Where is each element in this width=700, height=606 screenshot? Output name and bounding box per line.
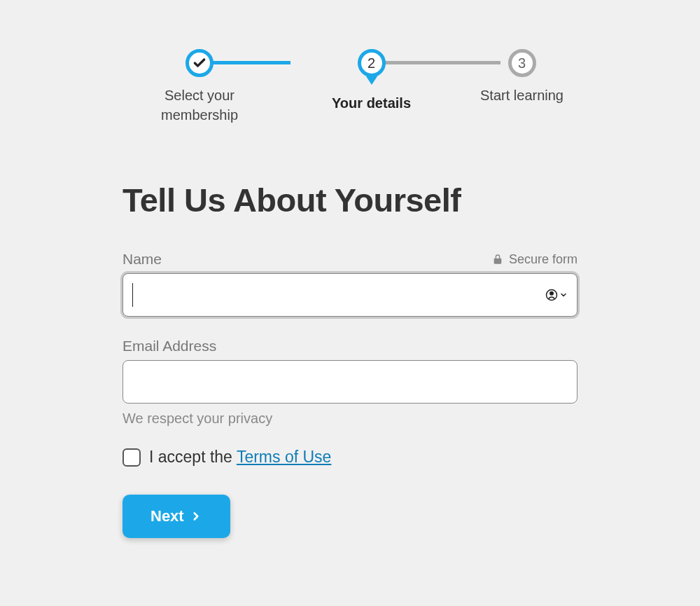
autofill-indicator[interactable] bbox=[545, 289, 568, 301]
terms-of-use-link[interactable]: Terms of Use bbox=[237, 448, 331, 466]
consent-text: I accept the Terms of Use bbox=[149, 448, 331, 467]
consent-row: I accept the Terms of Use bbox=[122, 448, 578, 467]
page-title: Tell Us About Yourself bbox=[122, 181, 578, 219]
step-select-membership: Select your membership bbox=[136, 49, 262, 125]
svg-point-1 bbox=[550, 292, 554, 296]
email-help-text: We respect your privacy bbox=[122, 411, 578, 427]
email-input[interactable] bbox=[122, 360, 578, 404]
email-field-row: Email Address We respect your privacy bbox=[122, 338, 578, 427]
step-start-learning: 3 Start learning bbox=[480, 49, 564, 105]
name-label: Name bbox=[122, 251, 162, 268]
step-label: Select your membership bbox=[136, 85, 262, 125]
lock-icon bbox=[492, 253, 503, 266]
secure-form-badge: Secure form bbox=[492, 252, 578, 267]
next-button-label: Next bbox=[150, 507, 184, 525]
chevron-down-icon bbox=[559, 291, 568, 299]
consent-prefix: I accept the bbox=[149, 448, 237, 466]
step-pin-icon bbox=[366, 76, 377, 85]
step-label: Your details bbox=[332, 93, 411, 113]
name-input[interactable] bbox=[122, 273, 578, 317]
step-your-details: 2 Your details bbox=[332, 49, 411, 113]
secure-form-text: Secure form bbox=[509, 252, 578, 267]
check-icon bbox=[192, 56, 206, 70]
step-circle-completed bbox=[186, 49, 214, 77]
chevron-right-icon bbox=[190, 510, 202, 523]
step-number: 2 bbox=[368, 55, 375, 71]
terms-checkbox[interactable] bbox=[122, 448, 141, 467]
step-number: 3 bbox=[518, 55, 526, 71]
email-label: Email Address bbox=[122, 338, 216, 354]
step-circle-current: 2 bbox=[358, 49, 386, 77]
next-button[interactable]: Next bbox=[122, 495, 230, 538]
stepper: Select your membership 2 Your details 3 … bbox=[122, 49, 578, 125]
person-circle-icon bbox=[545, 289, 558, 301]
name-field-row: Name Secure form bbox=[122, 251, 578, 317]
step-circle-upcoming: 3 bbox=[508, 49, 536, 77]
text-cursor bbox=[132, 283, 133, 307]
step-label: Start learning bbox=[480, 85, 564, 105]
